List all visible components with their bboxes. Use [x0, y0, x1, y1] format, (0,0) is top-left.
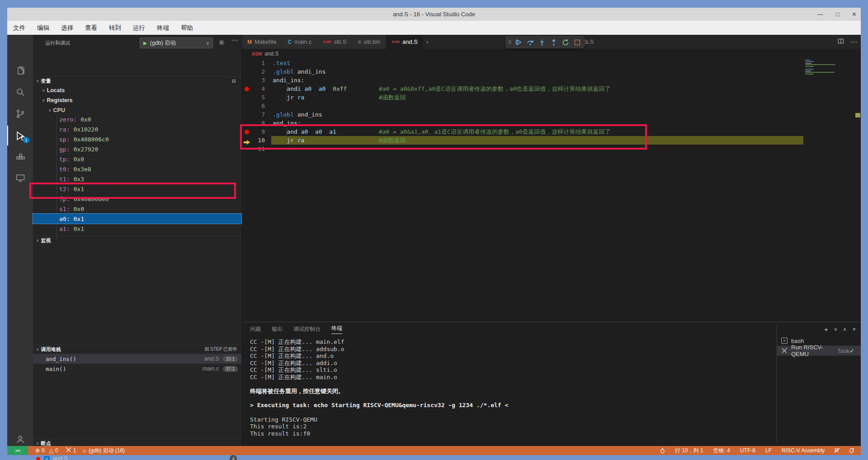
- editor-more-actions-icon[interactable]: ⋯: [850, 38, 857, 46]
- step-out-button[interactable]: [549, 38, 559, 47]
- running-tasks-indicator[interactable]: 1: [66, 447, 76, 454]
- call-stack-section-header[interactable]: ∨ 调用堆栈 因 STEP 已暂停: [33, 345, 241, 353]
- tab-partial-hidden[interactable]: di.S: [584, 35, 594, 49]
- code-editor[interactable]: 1.text2.globl andi_ins3andi_ins:4 andi a…: [242, 59, 861, 322]
- code-line-5[interactable]: 5 jr ra #函数返回: [242, 93, 861, 102]
- close-icon[interactable]: ×: [852, 10, 856, 19]
- terminal-instance-Run RISCV-QEMU[interactable]: Run RISCV-QEMUTask✓: [777, 346, 861, 356]
- tab-Makefile[interactable]: MMakefile: [242, 35, 282, 49]
- stack-frame[interactable]: and_ins()and.S10:1: [33, 354, 241, 364]
- menu-item[interactable]: 编辑: [37, 24, 49, 32]
- more-actions-icon[interactable]: ⋯: [231, 36, 238, 44]
- panel-tab-输出[interactable]: 输出: [272, 325, 283, 333]
- new-terminal-icon[interactable]: +: [824, 325, 828, 333]
- continue-button[interactable]: [514, 38, 524, 47]
- menu-item[interactable]: 终端: [157, 24, 169, 32]
- register-row-gp[interactable]: gp:0x27920: [33, 144, 241, 154]
- register-value: 0x1: [73, 225, 84, 232]
- notifications-bell-icon[interactable]: [849, 448, 854, 454]
- stack-frame[interactable]: main()main.c37:1: [33, 364, 241, 374]
- breakpoint-dot-icon[interactable]: [245, 130, 249, 134]
- minimize-icon[interactable]: —: [817, 11, 823, 18]
- maximize-icon[interactable]: □: [836, 11, 840, 18]
- indentation[interactable]: 空格: 4: [713, 447, 730, 455]
- activity-item-search[interactable]: [7, 82, 33, 102]
- tab-and.S[interactable]: ASMand.S: [386, 35, 424, 49]
- menu-item[interactable]: 运行: [133, 24, 145, 32]
- activity-item-extensions[interactable]: [7, 147, 33, 167]
- breadcrumb[interactable]: ASM and.S: [242, 49, 861, 59]
- code-line-3[interactable]: 3andi_ins:: [242, 76, 861, 84]
- register-row-fp[interactable]: fp:0x408006e0: [33, 194, 241, 204]
- tab-overflow-chevron-icon[interactable]: ›: [426, 38, 428, 45]
- split-editor-icon[interactable]: [838, 38, 844, 46]
- code-line-1[interactable]: 1.text: [242, 59, 861, 67]
- maximize-panel-icon[interactable]: ∧: [843, 327, 846, 332]
- eol-sequence[interactable]: LF: [765, 447, 772, 454]
- register-row-t2[interactable]: t2:0x1: [33, 184, 241, 194]
- debug-settings-gear-icon[interactable]: [218, 39, 225, 47]
- code-line-8[interactable]: 8and_ins:: [242, 119, 861, 127]
- panel-tab-终端[interactable]: 终端: [331, 324, 342, 334]
- code-line-10[interactable]: 10 jr ra #函数返回: [242, 136, 861, 145]
- terminal-dropdown-icon[interactable]: ∨: [834, 327, 837, 332]
- tree-item-locals[interactable]: ∨ Locals: [42, 86, 65, 95]
- tab-main.c[interactable]: Cmain.c: [282, 35, 317, 49]
- activity-item-remote-explorer[interactable]: [7, 168, 33, 188]
- tree-item-cpu[interactable]: ∨ CPU: [48, 106, 65, 115]
- close-panel-icon[interactable]: ×: [852, 326, 856, 333]
- launch-config-dropdown[interactable]: ▶ (gdb) 启动 ∨: [140, 38, 213, 48]
- terminal-output[interactable]: CC -[M] 正在构建... main.elfCC -[M] 正在构建... …: [250, 338, 770, 437]
- register-row-a0[interactable]: a0:0x1: [33, 214, 241, 224]
- encoding[interactable]: UTF-8: [740, 447, 755, 454]
- stop-button[interactable]: [572, 38, 582, 47]
- code-line-11[interactable]: 11: [242, 145, 861, 153]
- code-line-4[interactable]: 4 andi a0, a0, 0xff #a0 = a0&0xff,a0是C语言…: [242, 84, 861, 93]
- activity-item-explorer[interactable]: [7, 61, 33, 81]
- activity-item-run-and-debug[interactable]: 1: [7, 126, 33, 146]
- register-row-a1[interactable]: a1:0x1: [33, 224, 241, 234]
- code-line-9[interactable]: 9 and a0, a0, a1 #a0 = a0&a1,a0、a1是C语言调用…: [242, 127, 861, 136]
- register-row-t1[interactable]: t1:0x3: [33, 174, 241, 184]
- toolbar-grip-icon[interactable]: ⠿: [508, 39, 511, 46]
- register-row-sp[interactable]: sp:0x408006c0: [33, 134, 241, 144]
- tab-slti.bin[interactable]: ≡slti.bin: [352, 35, 386, 49]
- register-row-ra[interactable]: ra:0x10220: [33, 124, 241, 134]
- code-line-6[interactable]: 6: [242, 102, 861, 110]
- step-over-button[interactable]: [525, 38, 535, 47]
- tree-item-registers[interactable]: ∨ Registers: [42, 96, 73, 105]
- flame-icon[interactable]: [660, 448, 665, 454]
- watch-section-header[interactable]: ∨ 监视: [33, 236, 241, 244]
- register-row-tp[interactable]: tp:0x0: [33, 154, 241, 164]
- tab-slti.S[interactable]: ASMslti.S: [317, 35, 352, 49]
- remote-indicator[interactable]: ><: [7, 446, 28, 455]
- minimap-line: [805, 66, 814, 67]
- register-row-t0[interactable]: t0:0x3e8: [33, 164, 241, 174]
- bottom-panel: 问题输出调试控制台终端 + ∨ ∧ × CC -[M] 正在构建... main…: [242, 322, 861, 446]
- collapse-all-icon[interactable]: ⊟: [232, 78, 236, 84]
- feedback-icon[interactable]: R: [835, 447, 839, 454]
- panel-tab-调试控制台[interactable]: 调试控制台: [293, 325, 321, 333]
- terminal-line: Starting RISCV-QEMU: [250, 416, 770, 423]
- debug-status[interactable]: ▷ (gdb) 启动 (16): [83, 447, 125, 455]
- menu-item[interactable]: 选择: [61, 24, 73, 32]
- register-row-s1[interactable]: s1:0x0: [33, 204, 241, 214]
- restart-button[interactable]: [561, 38, 571, 47]
- menu-item[interactable]: 查看: [85, 24, 97, 32]
- cursor-position[interactable]: 行 10，列 1: [675, 447, 703, 455]
- start-debug-icon[interactable]: ▶: [143, 40, 147, 46]
- code-line-2[interactable]: 2.globl andi_ins: [242, 67, 861, 76]
- activity-item-source-control[interactable]: [7, 104, 33, 124]
- menu-item[interactable]: 文件: [13, 24, 25, 32]
- problems-indicator[interactable]: ⊗0 △0: [35, 447, 58, 454]
- menu-item[interactable]: 转到: [109, 24, 121, 32]
- variables-section-header[interactable]: ∨ 变量 ⊟: [33, 76, 241, 85]
- menu-item[interactable]: 帮助: [181, 24, 193, 32]
- step-into-button[interactable]: [537, 38, 547, 47]
- breakpoint-dot-icon[interactable]: [245, 87, 249, 91]
- code-line-7[interactable]: 7.globl and_ins: [242, 110, 861, 119]
- panel-tab-问题[interactable]: 问题: [250, 325, 261, 333]
- language-mode[interactable]: RISC-V Assembly: [782, 447, 825, 454]
- register-row-zero[interactable]: zero:0x0: [33, 114, 241, 124]
- breakpoint-checkbox[interactable]: ✓: [44, 456, 50, 460]
